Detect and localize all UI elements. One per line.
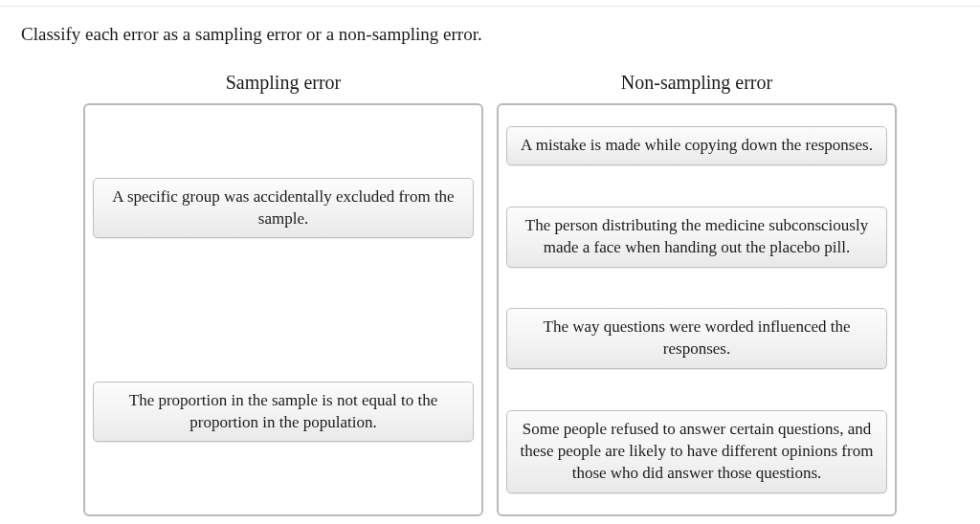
nonsampling-column: Non-sampling error A mistake is made whi…: [497, 72, 897, 516]
error-card[interactable]: A mistake is made while copying down the…: [506, 126, 887, 165]
error-card[interactable]: The proportion in the sample is not equa…: [93, 382, 474, 443]
nonsampling-drop-zone[interactable]: A mistake is made while copying down the…: [497, 103, 897, 516]
sampling-column: Sampling error A specific group was acci…: [83, 72, 483, 516]
spacer: [93, 455, 474, 507]
sampling-drop-zone[interactable]: A specific group was accidentally exclud…: [83, 103, 483, 516]
error-card[interactable]: The person distributing the medicine sub…: [506, 207, 887, 268]
spacer: [93, 113, 474, 164]
page: Classify each error as a sampling error …: [0, 7, 980, 524]
sampling-column-title: Sampling error: [226, 72, 342, 94]
spacer: [93, 317, 474, 368]
error-card[interactable]: Some people refused to answer certain qu…: [506, 410, 887, 493]
error-card[interactable]: The way questions were worded influenced…: [506, 308, 887, 369]
classification-columns: Sampling error A specific group was acci…: [21, 72, 959, 516]
question-instruction: Classify each error as a sampling error …: [21, 24, 959, 45]
spacer: [93, 251, 474, 303]
error-card[interactable]: A specific group was accidentally exclud…: [93, 178, 474, 239]
nonsampling-column-title: Non-sampling error: [621, 72, 772, 94]
